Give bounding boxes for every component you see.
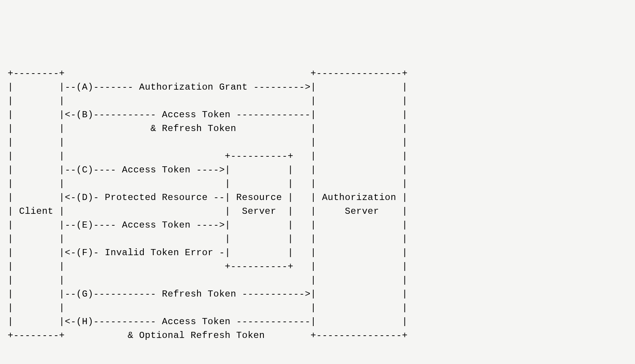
diagram-line: | | | |: [8, 96, 408, 106]
diagram-line: +--------+ & Optional Refresh Token +---…: [8, 330, 408, 341]
diagram-line: | |--(C)---- Access Token ---->| | | |: [8, 165, 408, 175]
diagram-line: | | | | | |: [8, 179, 408, 189]
ascii-flow-diagram: +--------+ +---------------+ | |--(A)---…: [8, 67, 627, 343]
diagram-line: | | +----------+ | |: [8, 261, 408, 272]
diagram-line: | | | |: [8, 275, 408, 285]
diagram-line: | |<-(D)- Protected Resource --| Resourc…: [8, 192, 408, 203]
diagram-line: | |--(G)----------- Refresh Token ------…: [8, 289, 408, 299]
diagram-line: | |<-(H)----------- Access Token -------…: [8, 316, 408, 327]
diagram-line: | |<-(B)----------- Access Token -------…: [8, 110, 408, 120]
diagram-line: | |<-(F)- Invalid Token Error -| | | |: [8, 248, 408, 258]
diagram-line: | | & Refresh Token | |: [8, 123, 408, 134]
diagram-line: | |--(A)------- Authorization Grant ----…: [8, 82, 408, 92]
diagram-line: +--------+ +---------------+: [8, 68, 408, 79]
diagram-line: | | | | | |: [8, 234, 408, 244]
diagram-line: | |--(E)---- Access Token ---->| | | |: [8, 220, 408, 230]
diagram-line: | | | |: [8, 137, 408, 148]
diagram-line: | | | |: [8, 303, 408, 313]
diagram-line: | | +----------+ | |: [8, 151, 408, 161]
diagram-line: | Client | | Server | | Server |: [8, 206, 408, 216]
